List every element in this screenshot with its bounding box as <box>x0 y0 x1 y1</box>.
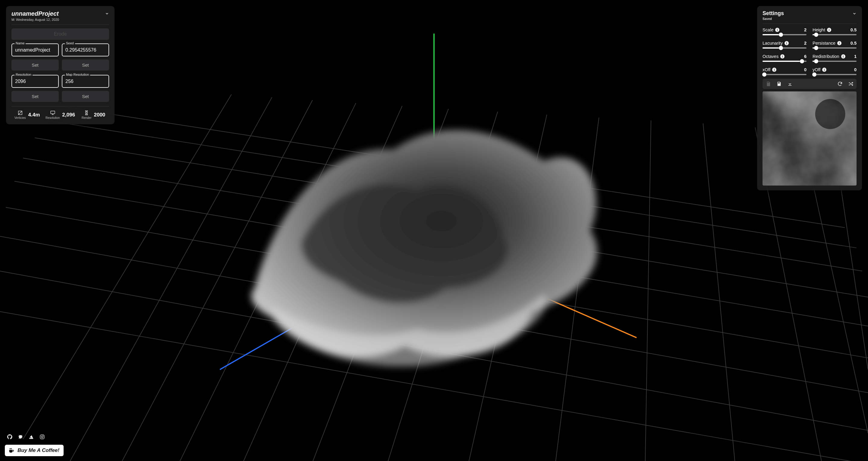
chevron-down-icon[interactable] <box>852 10 857 17</box>
set-seed-button[interactable]: Set <box>62 59 109 70</box>
coffee-label: Buy Me A Coffee! <box>18 448 59 454</box>
set-map-resolution-button[interactable]: Set <box>62 91 109 102</box>
chevron-down-icon[interactable] <box>105 10 109 17</box>
download-icon[interactable] <box>786 81 793 87</box>
verticies-icon <box>18 110 23 116</box>
slider-track-yoff[interactable] <box>812 74 857 75</box>
render-value: 2000 <box>94 112 105 118</box>
sd-card-icon <box>765 81 772 87</box>
buy-me-a-coffee-button[interactable]: Buy Me A Coffee! <box>5 445 64 456</box>
slider-track-height[interactable] <box>812 34 857 35</box>
slider-value: 1 <box>854 54 857 59</box>
info-icon[interactable]: i <box>827 28 831 32</box>
slider-label: xOff <box>763 67 770 72</box>
resolution-input[interactable] <box>11 75 59 88</box>
settings-title: Settings <box>763 10 784 17</box>
slider-label: Octaves <box>763 54 778 59</box>
social-links <box>7 434 45 440</box>
slider-track-lacunarity[interactable] <box>763 47 807 49</box>
slider-track-xoff[interactable] <box>763 74 807 75</box>
bug-icon[interactable] <box>18 434 24 440</box>
slider-track-scale[interactable] <box>763 34 807 35</box>
slider-redistribution: Redistribution i 1 <box>812 54 857 62</box>
preview-toolbar <box>763 79 857 89</box>
slider-height: Height i 0.5 <box>812 27 857 35</box>
slider-track-redistribution[interactable] <box>812 61 857 62</box>
svg-point-10 <box>815 99 845 129</box>
instagram-icon[interactable] <box>39 434 45 440</box>
slider-xoff: xOff i 0 <box>763 67 807 75</box>
heightmap-preview <box>763 91 857 185</box>
slider-value: 0.5 <box>850 41 857 46</box>
stats-row: Verticies 4.4m Resolution 2,096 Render 2… <box>11 106 109 119</box>
render-label: Render <box>82 116 92 119</box>
resolution-stat-label: Resolution <box>45 116 60 119</box>
name-input[interactable] <box>11 44 59 56</box>
slider-track-octaves[interactable] <box>763 61 807 62</box>
slider-yoff: yOff i 0 <box>812 67 857 75</box>
slider-value: 0.5 <box>850 27 857 32</box>
slider-label: Scale <box>763 27 773 32</box>
shuffle-icon[interactable] <box>847 81 854 87</box>
name-label: Name <box>14 41 26 45</box>
project-panel: unnamedProject M: Wednesday, August 12, … <box>6 6 115 124</box>
settings-panel: Settings Saved Scale i 2 Height i 0.5 <box>757 6 862 191</box>
info-icon[interactable]: i <box>841 54 845 59</box>
set-name-button[interactable]: Set <box>11 59 59 70</box>
monitor-icon <box>50 110 56 116</box>
slider-lacunarity: Lacunarity i 2 <box>763 41 807 49</box>
seed-label: Seed <box>65 41 75 45</box>
viewport-3d[interactable] <box>0 0 868 461</box>
map-resolution-field: Map Resolution <box>62 75 109 88</box>
slider-track-persistance[interactable] <box>812 47 857 49</box>
svg-point-13 <box>43 435 44 436</box>
coffee-cup-icon <box>8 447 14 454</box>
svg-rect-5 <box>51 111 55 114</box>
slider-label: Redistribution <box>812 54 839 59</box>
info-icon[interactable]: i <box>780 54 784 59</box>
svg-point-12 <box>41 436 43 438</box>
slider-label: Persistance <box>812 41 835 46</box>
slider-value: 0 <box>804 67 807 72</box>
verticies-value: 4.4m <box>28 112 40 118</box>
project-modified: M: Wednesday, August 12, 2020 <box>11 18 59 22</box>
verticies-label: Verticies <box>14 116 26 119</box>
hourglass-icon <box>84 110 89 116</box>
seed-field: Seed <box>62 44 109 56</box>
info-icon[interactable]: i <box>837 41 841 45</box>
save-icon[interactable] <box>776 81 782 87</box>
github-icon[interactable] <box>7 434 13 440</box>
refresh-icon[interactable] <box>837 81 843 87</box>
resolution-label: Resolution <box>14 73 33 76</box>
slider-value: 6 <box>804 54 807 59</box>
name-field: Name <box>11 44 59 56</box>
info-icon[interactable]: i <box>772 67 776 72</box>
slider-scale: Scale i 2 <box>763 27 807 35</box>
set-resolution-button[interactable]: Set <box>11 91 59 102</box>
slider-octaves: Octaves i 6 <box>763 54 807 62</box>
project-title: unnamedProject <box>11 10 59 17</box>
slider-label: Lacunarity <box>763 41 783 46</box>
slider-value: 0 <box>854 67 857 72</box>
slider-value: 2 <box>804 41 807 46</box>
info-icon[interactable]: i <box>784 41 789 45</box>
info-icon[interactable]: i <box>775 28 779 32</box>
svg-rect-11 <box>40 435 44 439</box>
map-resolution-label: Map Resolution <box>65 73 90 76</box>
settings-status: Saved <box>763 17 784 21</box>
slider-value: 2 <box>804 27 807 32</box>
resolution-field: Resolution <box>11 75 59 88</box>
seed-input[interactable] <box>62 44 109 56</box>
erode-button[interactable]: Erode <box>11 28 109 40</box>
artstation-icon[interactable] <box>28 434 34 440</box>
map-resolution-input[interactable] <box>62 75 109 88</box>
svg-line-4 <box>19 111 22 115</box>
slider-label: yOff <box>812 67 820 72</box>
info-icon[interactable]: i <box>822 67 827 72</box>
slider-label: Height <box>812 27 825 32</box>
slider-persistance: Persistance i 0.5 <box>812 41 857 49</box>
resolution-stat-value: 2,096 <box>62 112 75 118</box>
